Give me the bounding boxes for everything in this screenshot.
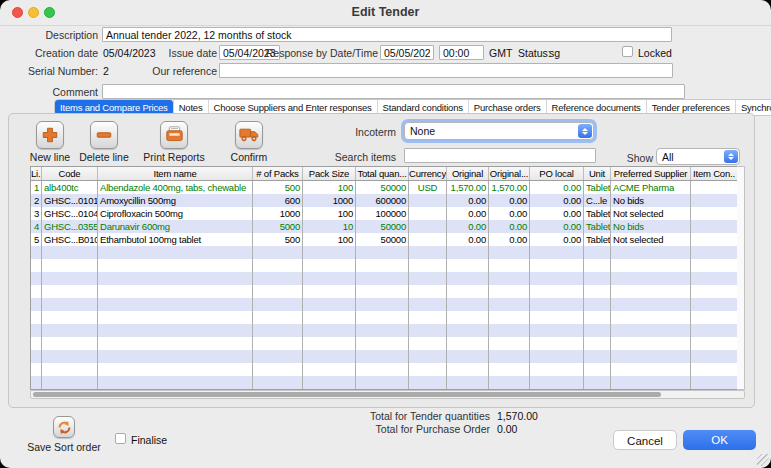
cell (447, 324, 489, 337)
cell: 100 (303, 233, 356, 246)
cell: 50000 (356, 181, 409, 194)
show-select[interactable]: All (656, 148, 740, 165)
locked-checkbox[interactable] (622, 46, 633, 57)
incoterm-value: None (405, 125, 577, 137)
cell (356, 337, 409, 350)
save-sort-order-button[interactable] (53, 416, 75, 438)
cell: No bids (611, 194, 691, 207)
status-value: sg (549, 47, 560, 59)
cell (31, 376, 42, 389)
cell (530, 259, 584, 272)
table-row[interactable]: 3GHSC...0104Ciprofloxacin 500mg100010010… (31, 207, 737, 220)
table-row-empty (31, 363, 737, 376)
column-header[interactable]: Original (447, 167, 489, 180)
chevron-updown-icon (578, 124, 592, 138)
description-input[interactable] (102, 27, 672, 42)
cell (584, 311, 611, 324)
cell (303, 298, 356, 311)
cell (31, 298, 42, 311)
cell: 0.00 (489, 220, 530, 233)
delete-line-button[interactable] (90, 121, 118, 149)
horizontal-scrollbar[interactable] (30, 390, 745, 399)
column-header[interactable]: PO local (530, 167, 584, 180)
ok-button[interactable]: OK (683, 430, 756, 450)
minus-icon (95, 126, 113, 144)
cell (489, 376, 530, 389)
cell: 4 (31, 220, 42, 233)
comment-input[interactable] (102, 84, 685, 99)
horizontal-scrollbar-thumb[interactable] (33, 392, 661, 397)
cell: 100 (303, 207, 356, 220)
cell (42, 259, 98, 272)
column-header[interactable]: Total quan... (356, 167, 409, 180)
response-by-date-input[interactable] (380, 45, 434, 60)
cell (584, 376, 611, 389)
vertical-scrollbar[interactable] (737, 166, 745, 390)
show-value: All (657, 151, 723, 163)
search-items-label: Search items (335, 151, 396, 163)
cell (584, 363, 611, 376)
cell (409, 285, 447, 298)
cell (31, 324, 42, 337)
column-header[interactable]: Preferred Supplier (611, 167, 691, 180)
column-header[interactable]: Pack Size (303, 167, 356, 180)
column-header[interactable]: Original... (489, 167, 530, 180)
incoterm-select[interactable]: None (404, 122, 594, 140)
column-header[interactable]: Li... (31, 167, 42, 180)
cell (303, 272, 356, 285)
column-header[interactable]: # of Packs (253, 167, 303, 180)
new-line-button[interactable] (36, 121, 64, 149)
serial-number-label: Serial Number: (28, 65, 98, 77)
finalise-checkbox[interactable] (115, 433, 126, 444)
cell: GHSC...0355 (42, 220, 98, 233)
cell (584, 324, 611, 337)
table-row[interactable]: 1alb400tcAlbendazole 400mg, tabs, chewab… (31, 181, 737, 194)
column-header[interactable]: Currency (409, 167, 447, 180)
response-by-time-input[interactable] (439, 45, 484, 60)
column-header[interactable]: Item name (98, 167, 253, 180)
resize-grip[interactable] (757, 454, 769, 466)
cell (303, 311, 356, 324)
table-row-empty (31, 285, 737, 298)
search-items-input[interactable] (404, 148, 596, 163)
cell: 0.00 (447, 220, 489, 233)
cell (253, 259, 303, 272)
table-row-empty (31, 259, 737, 272)
cell (691, 350, 737, 363)
cell: Ethambutol 100mg tablet (98, 233, 253, 246)
column-header[interactable]: Unit (584, 167, 611, 180)
cell (447, 246, 489, 259)
gmt-label: GMT (489, 47, 512, 59)
print-reports-button[interactable] (160, 121, 188, 149)
cell: 0.00 (530, 220, 584, 233)
our-reference-input[interactable] (219, 63, 673, 78)
cell (447, 272, 489, 285)
cell (42, 324, 98, 337)
cell: alb400tc (42, 181, 98, 194)
cell: 0.00 (530, 194, 584, 207)
cell (409, 298, 447, 311)
cell (611, 324, 691, 337)
column-header[interactable]: Item Con.. (691, 167, 737, 180)
cell (98, 363, 253, 376)
cell: 5 (31, 233, 42, 246)
cell (691, 207, 737, 220)
cell (611, 311, 691, 324)
column-header[interactable]: Code (42, 167, 98, 180)
sort-refresh-icon (57, 420, 72, 435)
confirm-button[interactable] (235, 121, 263, 149)
cell: 0.00 (530, 207, 584, 220)
cell: 1,570.00 (447, 181, 489, 194)
title-bar: Edit Tender (0, 0, 771, 26)
table-row-empty (31, 298, 737, 311)
table-row[interactable]: 5GHSC...B0103Ethambutol 100mg tablet5001… (31, 233, 737, 246)
cell (253, 298, 303, 311)
cell (447, 259, 489, 272)
cell: C...le (584, 194, 611, 207)
cell: ACME Pharma (611, 181, 691, 194)
table-row[interactable]: 4GHSC...0355Darunavir 600mg500010500000.… (31, 220, 737, 233)
table-row[interactable]: 2GHSC...0101Amoxycillin 500mg60010006000… (31, 194, 737, 207)
cancel-button[interactable]: Cancel (613, 430, 677, 450)
incoterm-label: Incoterm (355, 126, 396, 138)
delete-line-label: Delete line (74, 151, 134, 163)
